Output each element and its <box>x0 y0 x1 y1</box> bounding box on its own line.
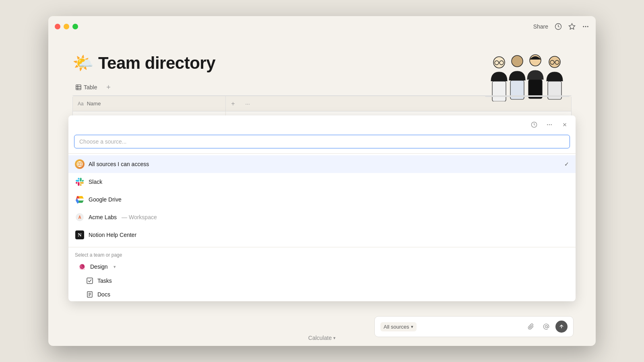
source-search-input[interactable] <box>74 135 570 148</box>
source-dropdown: All sources I can access ✓ <box>68 115 576 301</box>
notion-label: Notion Help Center <box>89 232 136 238</box>
team-design-label: Design <box>90 263 108 270</box>
chat-input[interactable] <box>420 323 522 330</box>
name-column-header: Aa Name <box>73 96 226 111</box>
panel-history-button[interactable] <box>528 119 540 131</box>
checkbox-icon <box>86 277 93 284</box>
svg-point-14 <box>549 56 560 68</box>
svg-rect-19 <box>485 95 570 97</box>
chat-sources-label: All sources <box>384 324 409 330</box>
main-content: 🌤️ Team directory Table + <box>48 37 596 346</box>
svg-rect-34 <box>87 278 93 284</box>
docs-sub-item[interactable]: Docs <box>68 288 576 301</box>
acme-icon: A <box>75 212 85 222</box>
svg-point-27 <box>551 124 551 125</box>
svg-point-26 <box>549 124 550 125</box>
table-tab-label: Table <box>84 84 97 90</box>
team-design-item[interactable]: 🧶 Design ▾ <box>68 259 576 274</box>
svg-point-10 <box>512 56 523 67</box>
sources-chevron-icon: ▾ <box>411 324 413 329</box>
panel-more-button[interactable] <box>543 119 555 131</box>
illustration-area <box>483 45 572 101</box>
design-team-icon: 🧶 <box>78 263 86 271</box>
team-illustration <box>485 49 570 101</box>
titlebar: Share <box>48 16 596 37</box>
column-more-button[interactable]: ··· <box>240 96 255 111</box>
team-chevron-icon: ▾ <box>114 264 116 269</box>
slack-label: Slack <box>89 179 102 185</box>
traffic-lights <box>55 24 78 29</box>
page-icon: 🌤️ <box>72 53 93 73</box>
svg-marker-1 <box>569 24 575 29</box>
mention-button[interactable] <box>540 321 552 333</box>
tasks-label: Tasks <box>97 278 112 284</box>
gdrive-label: Google Drive <box>89 196 122 203</box>
source-notion-item[interactable]: N Notion Help Center <box>68 226 576 244</box>
gdrive-icon <box>75 195 85 204</box>
source-gdrive-item[interactable]: Google Drive <box>68 191 576 208</box>
panel-close-button[interactable] <box>559 119 571 131</box>
calculate-label: Calculate <box>308 335 332 341</box>
notion-icon: N <box>75 230 85 240</box>
all-sources-label: All sources I can access <box>89 161 149 167</box>
star-button[interactable] <box>568 23 576 30</box>
table-view-tab[interactable]: Table <box>72 82 100 92</box>
titlebar-actions: Share <box>533 23 589 30</box>
docs-label: Docs <box>97 291 110 298</box>
selected-check-icon: ✓ <box>564 161 569 167</box>
attachment-button[interactable] <box>525 321 537 333</box>
history-button[interactable] <box>555 23 562 30</box>
tasks-sub-item[interactable]: Tasks <box>68 274 576 288</box>
svg-point-25 <box>547 124 548 125</box>
more-button[interactable] <box>582 23 589 30</box>
page-title-text: Team directory <box>98 53 215 73</box>
svg-rect-6 <box>492 81 506 101</box>
svg-point-3 <box>585 26 586 27</box>
search-container <box>68 130 576 154</box>
calculate-chevron-icon: ▾ <box>333 335 336 341</box>
doc-icon <box>86 291 93 298</box>
chat-input-area: All sources ▾ <box>374 316 574 337</box>
source-list: All sources I can access ✓ <box>68 154 576 245</box>
chat-sources-selector[interactable]: All sources ▾ <box>380 322 417 331</box>
name-col-icon: Aa <box>78 101 84 107</box>
source-acme-item[interactable]: A Acme Labs — Workspace <box>68 208 576 226</box>
svg-point-2 <box>583 26 584 27</box>
source-slack-item[interactable]: Slack <box>68 173 576 191</box>
svg-rect-20 <box>76 85 81 90</box>
name-col-label: Name <box>87 101 101 107</box>
share-button[interactable]: Share <box>533 23 548 30</box>
fullscreen-button[interactable] <box>72 24 78 29</box>
minimize-button[interactable] <box>64 24 69 29</box>
svg-point-4 <box>587 26 588 27</box>
section-label: Select a team or page <box>68 249 576 259</box>
svg-point-39 <box>545 325 547 327</box>
send-button[interactable] <box>555 321 568 333</box>
source-all-item[interactable]: All sources I can access ✓ <box>68 155 576 173</box>
svg-point-5 <box>493 57 505 68</box>
acme-subtext: — Workspace <box>122 214 157 220</box>
add-view-button[interactable]: + <box>103 82 113 92</box>
slack-icon <box>75 177 85 187</box>
share-label: Share <box>533 23 548 30</box>
add-column-button[interactable]: + <box>226 96 240 111</box>
dropdown-divider <box>68 247 576 247</box>
close-button[interactable] <box>55 24 60 29</box>
all-sources-icon <box>75 159 85 169</box>
svg-text:A: A <box>78 215 81 220</box>
acme-label: Acme Labs <box>89 214 117 220</box>
